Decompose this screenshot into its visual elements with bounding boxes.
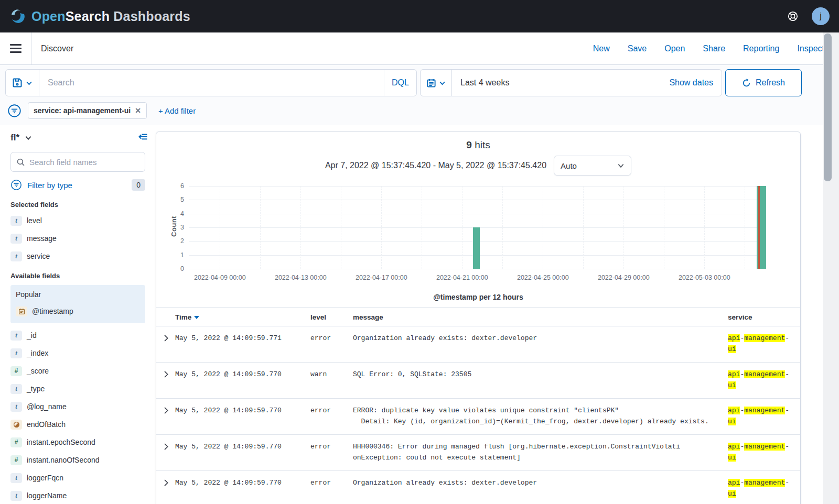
field-item-instant.epochSecond[interactable]: #instant.epochSecond — [10, 436, 145, 448]
field-item-level[interactable]: tlevel — [10, 215, 145, 226]
nav-link-inspect[interactable]: Inspect — [797, 44, 824, 53]
string-field-icon: t — [10, 216, 22, 226]
chevron-down-icon — [26, 80, 33, 86]
filter-chip-service[interactable]: service: api-management-ui ✕ — [28, 102, 147, 119]
filter-icon[interactable] — [7, 104, 21, 118]
y-tick-label: 0 — [180, 265, 184, 272]
field-item-instant.nanoOfSecond[interactable]: #instant.nanoOfSecond — [10, 454, 145, 466]
field-item-service[interactable]: tservice — [10, 250, 145, 262]
string-field-icon: t — [10, 251, 22, 261]
chevron-down-icon — [617, 162, 625, 169]
query-language-button[interactable]: DQL — [384, 70, 416, 96]
opensearch-logo-icon[interactable] — [9, 8, 26, 25]
filter-by-type-label: Filter by type — [27, 181, 72, 190]
field-item-_id[interactable]: t_id — [10, 330, 145, 341]
index-pattern-selector[interactable]: fl* — [10, 133, 32, 143]
calendar-menu-button[interactable] — [421, 70, 452, 96]
field-name: instant.epochSecond — [27, 438, 95, 446]
field-item-@timestamp[interactable]: @timestamp — [12, 305, 144, 317]
y-tick-label: 3 — [180, 224, 184, 231]
saved-query-button[interactable] — [6, 70, 39, 96]
cell-message: Organization already exists: dexter.deve… — [353, 477, 728, 499]
field-item-loggerName[interactable]: tloggerName — [10, 490, 145, 501]
add-filter-button[interactable]: + Add filter — [158, 106, 196, 115]
fields-sidebar: fl* Filter by type 0 Selected fields — [0, 125, 156, 501]
app-header: OpenSearchDashboards j — [0, 0, 839, 32]
field-item-_index[interactable]: t_index — [10, 347, 145, 359]
query-section: DQL Last 4 weeks Show dates Refresh s — [0, 65, 839, 125]
search-bar: DQL — [5, 69, 417, 96]
expand-row-icon[interactable] — [162, 479, 170, 487]
string-field-icon: t — [10, 348, 22, 358]
interval-select[interactable]: Auto — [554, 156, 631, 176]
expand-row-icon[interactable] — [162, 443, 170, 451]
y-tick-label: 1 — [180, 251, 184, 259]
x-tick-label: 2022-04-25 00:00 — [517, 274, 569, 281]
brand-open: Open — [31, 9, 66, 24]
cell-level: error — [310, 477, 353, 499]
column-header-message: message — [353, 313, 728, 321]
string-field-icon: t — [10, 473, 22, 483]
help-icon[interactable] — [783, 7, 802, 26]
gridline — [745, 186, 745, 269]
highlight-mark: management — [744, 443, 785, 451]
nav-link-reporting[interactable]: Reporting — [743, 44, 779, 53]
gridline — [381, 186, 382, 269]
calendar-icon — [426, 78, 436, 88]
gridline — [300, 186, 301, 269]
save-icon — [12, 78, 23, 88]
gridline — [260, 186, 261, 269]
search-input[interactable] — [39, 78, 384, 87]
field-item-loggerFqcn[interactable]: tloggerFqcn — [10, 472, 145, 484]
nav-link-save[interactable]: Save — [628, 44, 647, 53]
field-item-message[interactable]: tmessage — [10, 233, 145, 244]
cell-level: error — [310, 441, 353, 463]
scrollbar-thumb[interactable] — [824, 34, 832, 181]
field-item-_score[interactable]: #_score — [10, 365, 145, 377]
refresh-icon — [742, 79, 751, 87]
time-range-text: Apr 7, 2022 @ 15:37:45.420 - May 5, 2022… — [325, 161, 546, 170]
hits-label: hits — [475, 139, 490, 150]
column-header-time[interactable]: Time — [175, 313, 310, 321]
popular-fields-block: Popular @timestamp — [10, 285, 145, 323]
expand-row-icon[interactable] — [162, 334, 170, 342]
collapse-sidebar-icon[interactable] — [138, 132, 148, 144]
field-name: _type — [27, 385, 45, 393]
date-range-value[interactable]: Last 4 weeks — [452, 78, 669, 87]
field-item-@log_name[interactable]: t@log_name — [10, 401, 145, 412]
nav-link-new[interactable]: New — [593, 44, 610, 53]
field-search-input[interactable] — [29, 158, 139, 167]
scrollbar-track[interactable] — [823, 32, 839, 504]
field-name: _score — [27, 367, 49, 375]
menu-icon[interactable] — [0, 32, 31, 64]
nav-link-open[interactable]: Open — [664, 44, 685, 53]
field-item-_type[interactable]: t_type — [10, 383, 145, 395]
highlight-mark: ui — [728, 454, 736, 462]
histogram-chart[interactable]: Count 0123456 — [189, 186, 766, 269]
table-header: Time level message service — [156, 308, 800, 326]
histogram-bar[interactable] — [473, 227, 480, 269]
cell-level: error — [310, 405, 353, 427]
cell-message: SQL Error: 0, SQLState: 23505 — [353, 369, 728, 391]
gridline — [704, 186, 705, 269]
x-tick-label: 2022-04-21 00:00 — [436, 274, 488, 281]
interval-value: Auto — [561, 161, 577, 170]
show-dates-button[interactable]: Show dates — [669, 78, 722, 87]
nav-link-share[interactable]: Share — [703, 44, 725, 53]
expand-row-icon[interactable] — [162, 370, 170, 378]
cell-message: Organization already exists: dexter.deve… — [353, 333, 728, 355]
filter-count-badge: 0 — [132, 179, 145, 191]
string-field-icon: t — [10, 234, 22, 244]
expand-row-icon[interactable] — [162, 407, 170, 414]
field-name: _index — [27, 349, 48, 357]
cell-time: May 5, 2022 @ 14:09:59.770 — [175, 477, 310, 499]
field-item-endOfBatch[interactable]: endOfBatch — [10, 419, 145, 430]
string-field-icon: t — [10, 331, 22, 341]
x-tick-label: 2022-04-09 00:00 — [194, 274, 246, 281]
string-field-icon: t — [10, 384, 22, 394]
highlight-mark: management — [744, 407, 785, 414]
filter-by-type-button[interactable]: Filter by type 0 — [10, 179, 145, 191]
remove-filter-icon[interactable]: ✕ — [135, 106, 141, 115]
user-avatar[interactable]: j — [812, 7, 830, 25]
refresh-button[interactable]: Refresh — [725, 69, 802, 96]
